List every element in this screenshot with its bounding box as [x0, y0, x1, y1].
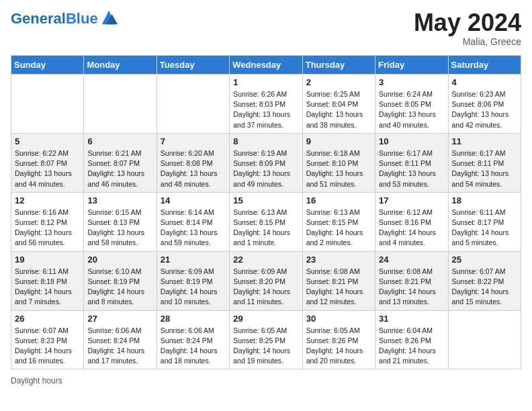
header-day-monday: Monday — [84, 56, 157, 75]
day-number: 17 — [379, 195, 444, 205]
day-info: Sunrise: 6:05 AM Sunset: 8:26 PM Dayligh… — [306, 326, 371, 367]
day-info: Sunrise: 6:21 AM Sunset: 8:07 PM Dayligh… — [87, 148, 152, 189]
logo: GeneralBlue — [11, 11, 118, 27]
day-info: Sunrise: 6:19 AM Sunset: 8:09 PM Dayligh… — [233, 148, 298, 189]
day-info: Sunrise: 6:17 AM Sunset: 8:11 PM Dayligh… — [452, 148, 517, 189]
calendar-cell: 9Sunrise: 6:18 AM Sunset: 8:10 PM Daylig… — [302, 133, 375, 192]
day-number: 3 — [379, 77, 444, 87]
calendar-cell: 17Sunrise: 6:12 AM Sunset: 8:16 PM Dayli… — [375, 192, 448, 251]
calendar-week-3: 12Sunrise: 6:16 AM Sunset: 8:12 PM Dayli… — [11, 192, 521, 251]
footer: Daylight hours — [11, 376, 521, 385]
calendar-cell: 11Sunrise: 6:17 AM Sunset: 8:11 PM Dayli… — [448, 133, 521, 192]
header-day-wednesday: Wednesday — [230, 56, 302, 75]
calendar-cell: 12Sunrise: 6:16 AM Sunset: 8:12 PM Dayli… — [11, 192, 84, 251]
header-day-friday: Friday — [375, 56, 448, 75]
day-info: Sunrise: 6:14 AM Sunset: 8:14 PM Dayligh… — [161, 208, 226, 248]
day-info: Sunrise: 6:07 AM Sunset: 8:23 PM Dayligh… — [15, 326, 80, 367]
calendar-cell: 6Sunrise: 6:21 AM Sunset: 8:07 PM Daylig… — [84, 133, 157, 192]
day-info: Sunrise: 6:13 AM Sunset: 8:15 PM Dayligh… — [233, 208, 298, 248]
title-block: May 2024 Malia, Greece — [414, 11, 521, 47]
calendar-cell: 7Sunrise: 6:20 AM Sunset: 8:08 PM Daylig… — [157, 133, 229, 192]
day-info: Sunrise: 6:08 AM Sunset: 8:21 PM Dayligh… — [306, 267, 371, 308]
day-number: 26 — [15, 314, 80, 324]
day-info: Sunrise: 6:09 AM Sunset: 8:20 PM Dayligh… — [233, 267, 298, 308]
calendar-table: SundayMondayTuesdayWednesdayThursdayFrid… — [11, 55, 521, 369]
day-number: 28 — [161, 314, 226, 324]
day-number: 30 — [306, 314, 371, 324]
calendar-cell: 27Sunrise: 6:06 AM Sunset: 8:24 PM Dayli… — [84, 310, 157, 369]
day-info: Sunrise: 6:18 AM Sunset: 8:10 PM Dayligh… — [306, 148, 371, 189]
calendar-cell: 14Sunrise: 6:14 AM Sunset: 8:14 PM Dayli… — [157, 192, 229, 251]
day-number: 5 — [15, 136, 80, 146]
day-number: 2 — [306, 77, 371, 87]
day-number: 10 — [379, 136, 444, 146]
day-number: 14 — [161, 195, 226, 205]
calendar-cell: 19Sunrise: 6:11 AM Sunset: 8:18 PM Dayli… — [11, 251, 84, 310]
day-number: 20 — [87, 255, 152, 265]
calendar-week-2: 5Sunrise: 6:22 AM Sunset: 8:07 PM Daylig… — [11, 133, 521, 192]
day-number: 23 — [306, 255, 371, 265]
calendar-cell: 30Sunrise: 6:05 AM Sunset: 8:26 PM Dayli… — [302, 310, 375, 369]
calendar-week-5: 26Sunrise: 6:07 AM Sunset: 8:23 PM Dayli… — [11, 310, 521, 369]
day-info: Sunrise: 6:23 AM Sunset: 8:06 PM Dayligh… — [452, 89, 517, 130]
calendar-cell: 28Sunrise: 6:06 AM Sunset: 8:24 PM Dayli… — [157, 310, 229, 369]
day-number: 11 — [452, 136, 517, 146]
logo-icon — [99, 8, 118, 27]
calendar-cell: 26Sunrise: 6:07 AM Sunset: 8:23 PM Dayli… — [11, 310, 84, 369]
day-info: Sunrise: 6:12 AM Sunset: 8:16 PM Dayligh… — [379, 208, 444, 248]
calendar-cell: 16Sunrise: 6:13 AM Sunset: 8:15 PM Dayli… — [302, 192, 375, 251]
logo-text: GeneralBlue — [11, 11, 98, 26]
day-info: Sunrise: 6:07 AM Sunset: 8:22 PM Dayligh… — [452, 267, 517, 308]
day-info: Sunrise: 6:24 AM Sunset: 8:05 PM Dayligh… — [379, 89, 444, 130]
calendar-cell: 1Sunrise: 6:26 AM Sunset: 8:03 PM Daylig… — [230, 75, 302, 134]
calendar-cell: 20Sunrise: 6:10 AM Sunset: 8:19 PM Dayli… — [84, 251, 157, 310]
calendar-cell: 21Sunrise: 6:09 AM Sunset: 8:19 PM Dayli… — [157, 251, 229, 310]
day-number: 16 — [306, 195, 371, 205]
day-number: 12 — [15, 195, 80, 205]
day-number: 7 — [161, 136, 226, 146]
logo-general-text: General — [11, 10, 66, 27]
day-info: Sunrise: 6:17 AM Sunset: 8:11 PM Dayligh… — [379, 148, 444, 189]
calendar-cell: 8Sunrise: 6:19 AM Sunset: 8:09 PM Daylig… — [230, 133, 302, 192]
calendar-week-1: 1Sunrise: 6:26 AM Sunset: 8:03 PM Daylig… — [11, 75, 521, 134]
calendar-cell — [84, 75, 157, 134]
day-number: 25 — [452, 255, 517, 265]
calendar-cell: 18Sunrise: 6:11 AM Sunset: 8:17 PM Dayli… — [448, 192, 521, 251]
calendar-cell: 31Sunrise: 6:04 AM Sunset: 8:26 PM Dayli… — [375, 310, 448, 369]
calendar-cell: 25Sunrise: 6:07 AM Sunset: 8:22 PM Dayli… — [448, 251, 521, 310]
day-number: 13 — [87, 195, 152, 205]
day-number: 8 — [233, 136, 298, 146]
day-number: 21 — [161, 255, 226, 265]
day-info: Sunrise: 6:25 AM Sunset: 8:04 PM Dayligh… — [306, 89, 371, 130]
calendar-cell — [157, 75, 229, 134]
day-number: 4 — [452, 77, 517, 87]
day-number: 1 — [233, 77, 298, 87]
day-number: 19 — [15, 255, 80, 265]
calendar-cell: 15Sunrise: 6:13 AM Sunset: 8:15 PM Dayli… — [230, 192, 302, 251]
day-info: Sunrise: 6:11 AM Sunset: 8:18 PM Dayligh… — [15, 267, 80, 308]
calendar-body: 1Sunrise: 6:26 AM Sunset: 8:03 PM Daylig… — [11, 75, 521, 369]
header-day-thursday: Thursday — [302, 56, 375, 75]
logo-blue-text: Blue — [66, 10, 98, 27]
calendar-cell: 2Sunrise: 6:25 AM Sunset: 8:04 PM Daylig… — [302, 75, 375, 134]
month-year-title: May 2024 — [414, 11, 521, 35]
calendar-cell: 23Sunrise: 6:08 AM Sunset: 8:21 PM Dayli… — [302, 251, 375, 310]
day-info: Sunrise: 6:11 AM Sunset: 8:17 PM Dayligh… — [452, 208, 517, 248]
day-number: 29 — [233, 314, 298, 324]
calendar-cell — [11, 75, 84, 134]
day-number: 22 — [233, 255, 298, 265]
day-info: Sunrise: 6:26 AM Sunset: 8:03 PM Dayligh… — [233, 89, 298, 130]
day-number: 6 — [87, 136, 152, 146]
calendar-header: SundayMondayTuesdayWednesdayThursdayFrid… — [11, 56, 521, 75]
day-info: Sunrise: 6:22 AM Sunset: 8:07 PM Dayligh… — [15, 148, 80, 189]
location-subtitle: Malia, Greece — [414, 36, 521, 47]
header-row: SundayMondayTuesdayWednesdayThursdayFrid… — [11, 56, 521, 75]
day-number: 9 — [306, 136, 371, 146]
calendar-cell: 24Sunrise: 6:08 AM Sunset: 8:21 PM Dayli… — [375, 251, 448, 310]
day-info: Sunrise: 6:04 AM Sunset: 8:26 PM Dayligh… — [379, 326, 444, 367]
day-number: 18 — [452, 195, 517, 205]
day-info: Sunrise: 6:20 AM Sunset: 8:08 PM Dayligh… — [161, 148, 226, 189]
daylight-hours-label: Daylight hours — [11, 376, 62, 385]
calendar-cell: 29Sunrise: 6:05 AM Sunset: 8:25 PM Dayli… — [230, 310, 302, 369]
header-day-sunday: Sunday — [11, 56, 84, 75]
